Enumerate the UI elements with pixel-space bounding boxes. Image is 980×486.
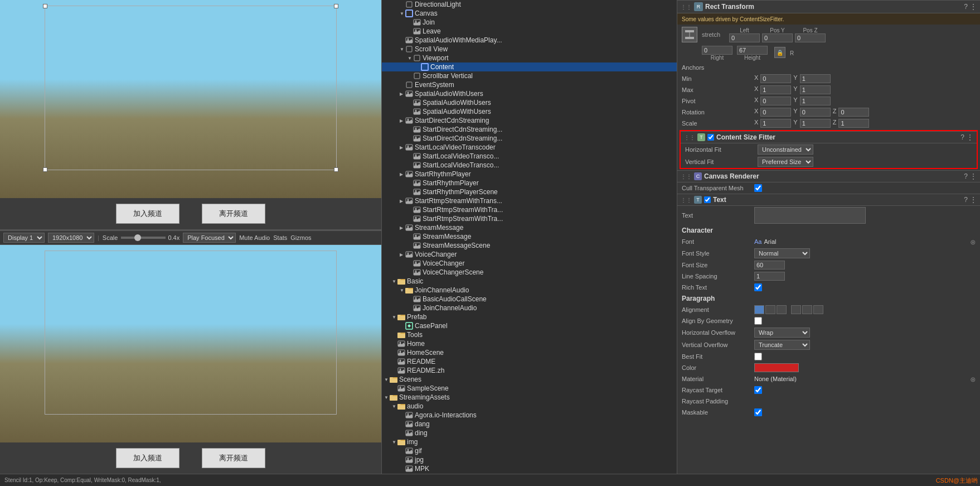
expand-arrow[interactable]: ▶ bbox=[400, 252, 405, 257]
expand-arrow[interactable]: ▶ bbox=[400, 225, 405, 230]
expand-arrow[interactable]: ▼ bbox=[392, 315, 397, 320]
expand-arrow[interactable]: ▶ bbox=[400, 172, 405, 177]
gizmos-btn[interactable]: Gizmos bbox=[290, 234, 311, 241]
hierarchy-item[interactable]: StartRtmpStreamWithTra... bbox=[382, 214, 677, 223]
canvas-handle-br[interactable] bbox=[334, 167, 338, 172]
text-textarea[interactable] bbox=[754, 207, 866, 224]
lock-icon[interactable]: 🔒 bbox=[774, 47, 785, 58]
hierarchy-item[interactable]: README.zh bbox=[382, 366, 677, 375]
play-focused-select[interactable]: Play Focused bbox=[183, 233, 236, 243]
expand-arrow[interactable]: ▼ bbox=[400, 47, 405, 52]
scale-slider[interactable] bbox=[121, 237, 166, 239]
csf-question-icon[interactable]: ? bbox=[960, 133, 964, 141]
scale-x-input[interactable] bbox=[760, 119, 791, 128]
hierarchy-item[interactable]: dang bbox=[382, 420, 677, 429]
hierarchy-item[interactable]: ▶StartLocalVideoTranscoder bbox=[382, 143, 677, 152]
hierarchy-item[interactable]: ▼img bbox=[382, 437, 677, 446]
expand-arrow[interactable]: ▼ bbox=[400, 288, 405, 293]
mute-audio-btn[interactable]: Mute Audio bbox=[239, 234, 270, 241]
hierarchy-item[interactable]: EventSystem bbox=[382, 80, 677, 89]
hierarchy-item[interactable]: ▼audio bbox=[382, 402, 677, 411]
rot-x-input[interactable] bbox=[760, 108, 791, 117]
hierarchy-item[interactable]: ▼Viewport bbox=[382, 54, 677, 62]
hierarchy-item[interactable]: SpatialAudioWithMediaPlay... bbox=[382, 36, 677, 45]
hierarchy-item[interactable]: ▶VoiceChanger bbox=[382, 250, 677, 259]
min-x-input[interactable] bbox=[760, 74, 791, 83]
canvas-handle-bl[interactable] bbox=[43, 167, 47, 172]
hierarchy-item[interactable]: Join bbox=[382, 18, 677, 27]
align-tc-btn[interactable] bbox=[765, 305, 775, 314]
right-input[interactable] bbox=[702, 46, 732, 55]
rot-y-input[interactable] bbox=[800, 108, 831, 117]
join-channel-button-top[interactable]: 加入频道 bbox=[116, 204, 179, 224]
leave-channel-button-top[interactable]: 离开频道 bbox=[202, 204, 265, 224]
expand-arrow[interactable]: ▼ bbox=[392, 279, 397, 284]
left-input[interactable] bbox=[729, 33, 760, 42]
height-input[interactable] bbox=[737, 46, 768, 55]
resolution-select[interactable]: 1920x1080 bbox=[48, 233, 94, 243]
hierarchy-item[interactable]: ▼JoinChannelAudio bbox=[382, 286, 677, 295]
scale-y-input[interactable] bbox=[800, 119, 831, 128]
min-y-input[interactable] bbox=[800, 74, 831, 83]
expand-arrow[interactable]: ▶ bbox=[400, 145, 405, 150]
pivot-y-input[interactable] bbox=[800, 97, 831, 105]
cull-transparent-checkbox[interactable] bbox=[754, 184, 762, 192]
color-swatch[interactable] bbox=[754, 363, 799, 372]
hierarchy-item[interactable]: ▶SpatialAudioWithUsers bbox=[382, 89, 677, 98]
expand-arrow[interactable]: ▼ bbox=[392, 404, 397, 409]
hierarchy-item[interactable]: Leave bbox=[382, 27, 677, 36]
hierarchy-item[interactable]: StartRtmpStreamWithTra... bbox=[382, 205, 677, 214]
hierarchy-item[interactable]: ▶StartRtmpStreamWithTrans... bbox=[382, 196, 677, 205]
align-mc-btn[interactable] bbox=[802, 305, 812, 314]
expand-arrow[interactable]: ▶ bbox=[400, 199, 405, 204]
hierarchy-item[interactable]: Scrollbar Vertical bbox=[382, 71, 677, 80]
hierarchy-item[interactable]: README bbox=[382, 357, 677, 366]
text-settings-icon[interactable]: ⋮ bbox=[970, 196, 977, 204]
hierarchy-item[interactable]: StartRhythmPlayerScene bbox=[382, 187, 677, 196]
expand-arrow[interactable]: ▶ bbox=[400, 92, 405, 97]
v-overflow-select[interactable]: Truncate bbox=[754, 340, 810, 350]
hierarchy-item[interactable]: SpatialAudioWithUsers bbox=[382, 98, 677, 107]
canvas-handle-tr[interactable] bbox=[334, 4, 338, 8]
cr-settings-icon[interactable]: ⋮ bbox=[970, 172, 977, 180]
hierarchy-item[interactable]: Home bbox=[382, 339, 677, 348]
expand-arrow[interactable]: ▼ bbox=[400, 11, 405, 16]
hierarchy-item[interactable]: StartDirectCdnStreaming... bbox=[382, 134, 677, 143]
font-pick-icon[interactable]: ◎ bbox=[971, 239, 976, 245]
align-ml-btn[interactable] bbox=[791, 305, 801, 314]
hierarchy-item[interactable]: SampleScene bbox=[382, 384, 677, 393]
horizontal-fit-select[interactable]: Unconstrained bbox=[758, 145, 813, 155]
posz-input[interactable] bbox=[795, 33, 826, 42]
hierarchy-item[interactable]: MPK bbox=[382, 464, 677, 473]
hierarchy-item[interactable]: Tools bbox=[382, 330, 677, 339]
hierarchy-item[interactable]: VoiceChanger bbox=[382, 259, 677, 268]
posy-input[interactable] bbox=[762, 33, 793, 42]
stats-btn[interactable]: Stats bbox=[273, 234, 287, 241]
expand-arrow[interactable]: ▼ bbox=[384, 377, 390, 382]
display-select[interactable]: Display 1 bbox=[3, 233, 45, 243]
align-tr-btn[interactable] bbox=[777, 305, 787, 314]
hierarchy-item[interactable]: VoiceChangerScene bbox=[382, 268, 677, 277]
question-icon[interactable]: ? bbox=[964, 3, 968, 11]
material-pick-icon[interactable]: ◎ bbox=[971, 376, 976, 382]
max-y-input[interactable] bbox=[800, 85, 831, 94]
align-mr-btn[interactable] bbox=[813, 305, 823, 314]
stretch-icon[interactable] bbox=[682, 27, 697, 42]
align-tl-btn[interactable] bbox=[754, 305, 764, 314]
join-channel-button-bottom[interactable]: 加入频道 bbox=[116, 448, 179, 468]
csf-settings-icon[interactable]: ⋮ bbox=[967, 133, 973, 141]
hierarchy-item[interactable]: CasePanel bbox=[382, 321, 677, 330]
cr-question-icon[interactable]: ? bbox=[964, 172, 968, 180]
hierarchy-item[interactable]: jpg bbox=[382, 455, 677, 464]
hierarchy-item[interactable]: ▼Canvas bbox=[382, 9, 677, 18]
maskable-checkbox[interactable] bbox=[754, 408, 762, 416]
expand-arrow[interactable]: ▶ bbox=[400, 118, 405, 123]
hierarchy-item[interactable]: Content bbox=[382, 62, 677, 71]
expand-arrow[interactable]: ▼ bbox=[407, 56, 413, 61]
hierarchy-item[interactable]: ▶StreamMessage bbox=[382, 223, 677, 232]
max-x-input[interactable] bbox=[760, 85, 791, 94]
hierarchy-item[interactable]: StartLocalVideoTransco... bbox=[382, 161, 677, 170]
vertical-fit-select[interactable]: Preferred Size bbox=[758, 157, 813, 167]
rot-z-input[interactable] bbox=[838, 108, 869, 117]
hierarchy-item[interactable]: StartRhythmPlayer bbox=[382, 179, 677, 187]
